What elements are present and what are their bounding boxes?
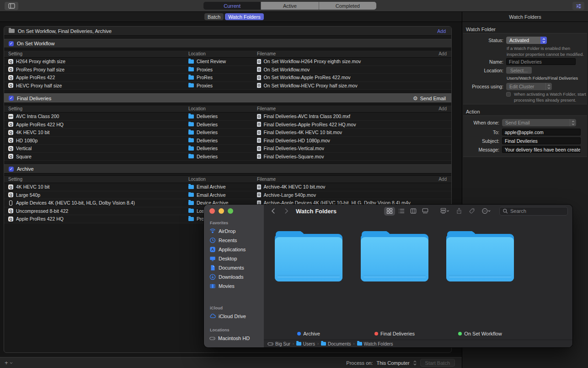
tab-current[interactable]: Current xyxy=(203,2,261,10)
setting-row[interactable]: MXFAVC Intra Class 200DeliveriesFinal De… xyxy=(4,113,451,121)
row-add-button[interactable]: Add xyxy=(433,51,447,56)
setting-row[interactable]: Q4K HEVC 10 bitDeliveriesFinal Deliverie… xyxy=(4,129,451,137)
icon-view-button[interactable] xyxy=(384,207,395,216)
row-add-button[interactable]: Add xyxy=(433,177,447,182)
group-checkbox[interactable]: ✓ xyxy=(9,167,14,172)
sidebar-item-label: AirDrop xyxy=(219,228,235,234)
group-header[interactable]: ✓Final Deliveries⚙Send Email xyxy=(4,93,451,103)
setting-cell: QSquare xyxy=(8,154,188,159)
filename-text: On Set Workflow-H264 Proxy eighth size.m… xyxy=(264,59,361,64)
location-cell: Deliveries xyxy=(188,138,257,143)
start-batch-button[interactable]: Start Batch xyxy=(420,359,455,367)
filename-cell: On Set Workflow-H264 Proxy eighth size.m… xyxy=(257,59,433,64)
subject-field[interactable]: Final Devileries xyxy=(502,137,581,144)
process-using-dropdown[interactable]: Edit Cluster xyxy=(506,83,552,90)
finder-folder-on-set-workflow[interactable]: On Set Workflow xyxy=(446,231,514,281)
filename-text: Final Deliveries-Vertical.mov xyxy=(264,146,324,151)
search-placeholder: Search xyxy=(510,208,526,214)
when-done-dropdown[interactable]: Send Email xyxy=(502,119,576,126)
finder-search-field[interactable]: Search xyxy=(499,207,568,216)
breadcrumb-item[interactable]: Users xyxy=(296,341,315,346)
setting-row[interactable]: QHD 1080pDeliveriesFinal Deliveries-HD 1… xyxy=(4,137,451,145)
setting-name: Large 540p xyxy=(16,192,40,198)
sidebar-item-downloads[interactable]: Downloads xyxy=(204,272,264,281)
sidebar-toggle-button[interactable] xyxy=(5,2,18,10)
location-cell: Deliveries xyxy=(188,154,257,159)
setting-row[interactable]: QLarge 540pEmail ArchiveArchive-Large 54… xyxy=(4,191,451,200)
to-field[interactable]: apple@apple.com xyxy=(502,129,581,135)
finder-folder-archive[interactable]: Archive xyxy=(274,231,343,281)
quicktime-setting-icon: Q xyxy=(8,59,13,64)
minimize-window-button[interactable] xyxy=(219,208,224,214)
sidebar-item-movies[interactable]: Movies xyxy=(204,281,264,291)
sidebar-item-desktop[interactable]: Desktop xyxy=(204,254,264,263)
group-checkbox[interactable]: ✓ xyxy=(9,41,14,46)
setting-row[interactable]: QApple ProRes 422 HQDeliveriesFinal Deli… xyxy=(4,121,451,129)
setting-name: HD 1080p xyxy=(16,138,37,143)
setting-row[interactable]: QApple ProRes 422ProResOn Set Workflow-A… xyxy=(4,74,451,82)
filename-cell: Archive-4K HEVC 10 bit.mov xyxy=(257,184,433,189)
process-on-stepper-icon[interactable] xyxy=(413,360,417,366)
sidebar-item-recents[interactable]: Recents xyxy=(204,236,264,245)
setting-row[interactable]: QProRes Proxy half sizeProxiesOn Set Wor… xyxy=(4,66,451,74)
filename-text: Final Deliveries-HD 1080p.mov xyxy=(264,138,330,143)
group-by-button[interactable] xyxy=(438,207,452,216)
setting-row[interactable]: Q4K HEVC 10 bitEmail ArchiveArchive-4K H… xyxy=(4,183,451,191)
setting-row[interactable]: QHEVC Proxy half sizeProxiesOn Set Workf… xyxy=(4,82,451,90)
tab-watch-folders[interactable]: Watch Folders xyxy=(225,13,264,20)
message-field[interactable]: Your delivery files have been created xyxy=(502,146,581,153)
tab-completed[interactable]: Completed xyxy=(319,2,376,10)
status-dropdown[interactable]: Activated xyxy=(506,37,547,44)
tag-button[interactable] xyxy=(466,207,477,216)
sidebar-item-airdrop[interactable]: AirDrop xyxy=(204,227,264,236)
location-select-button[interactable]: Select... xyxy=(506,67,532,74)
batch-add-button[interactable]: Add xyxy=(437,28,446,34)
setting-row[interactable]: QH264 Proxy eighth sizeClient ReviewOn S… xyxy=(4,58,451,66)
name-field[interactable]: Final Deliveries xyxy=(506,58,576,65)
location-cell: Proxies xyxy=(188,83,257,88)
inspector-toggle-button[interactable] xyxy=(572,2,584,10)
column-view-button[interactable] xyxy=(408,207,419,216)
group-header[interactable]: ✓On Set Workflow xyxy=(4,39,451,48)
breadcrumb-item[interactable]: Big Sur xyxy=(267,341,290,347)
group-header[interactable]: ✓Archive xyxy=(4,164,451,173)
gallery-view-button[interactable] xyxy=(420,207,431,216)
disk-icon xyxy=(267,341,273,347)
setting-name: Apple ProRes 422 HQ xyxy=(16,122,64,127)
tab-active[interactable]: Active xyxy=(261,2,319,10)
sidebar-item-applications[interactable]: AApplications xyxy=(204,245,264,254)
finder-folder-final-deliveries[interactable]: Final Deliveries xyxy=(360,231,429,281)
list-view-button[interactable] xyxy=(396,207,407,216)
forward-button[interactable] xyxy=(283,208,289,214)
close-window-button[interactable] xyxy=(209,208,215,214)
setting-row[interactable]: QVerticalDeliveriesFinal Deliveries-Vert… xyxy=(4,145,451,153)
quicktime-setting-icon: Q xyxy=(8,138,13,143)
zoom-window-button[interactable] xyxy=(228,208,233,214)
filename-cell: Final Deliveries-4K HEVC 10 bit.mov xyxy=(257,130,433,135)
quicktime-setting-icon: Q xyxy=(8,67,13,72)
icloud-icon xyxy=(209,313,216,319)
folder-icon xyxy=(188,138,194,142)
process-existing-checkbox[interactable] xyxy=(506,92,511,97)
group-checkbox[interactable]: ✓ xyxy=(9,96,14,101)
share-button[interactable] xyxy=(454,207,465,216)
back-button[interactable] xyxy=(270,208,277,214)
sidebar-item-documents[interactable]: Documents xyxy=(204,263,264,272)
more-actions-button[interactable] xyxy=(479,207,493,216)
process-on-value[interactable]: This Computer xyxy=(376,360,409,366)
sidebar-item-macintosh-hd[interactable]: Macintosh HD xyxy=(204,334,264,343)
folder-icon xyxy=(188,185,194,189)
location-name: Deliveries xyxy=(197,154,218,159)
add-batch-item-button[interactable]: + xyxy=(5,360,13,366)
process-using-value: Edit Cluster xyxy=(509,84,545,89)
column-filename: Filename xyxy=(257,177,433,182)
folder-icon xyxy=(188,154,194,158)
sidebar-item-icloud-drive[interactable]: iCloud Drive xyxy=(204,312,264,321)
setting-row[interactable]: QSquareDeliveriesFinal Deliveries-Square… xyxy=(4,153,451,161)
breadcrumb-item[interactable]: Documents xyxy=(321,341,351,346)
tab-batch[interactable]: Batch xyxy=(204,13,224,20)
breadcrumb-item[interactable]: Watch Folders xyxy=(357,341,393,346)
filename-text: Final Deliveries-4K HEVC 10 bit.mov xyxy=(264,130,342,135)
badge-label: Send Email xyxy=(420,96,446,101)
row-add-button[interactable]: Add xyxy=(433,106,447,111)
